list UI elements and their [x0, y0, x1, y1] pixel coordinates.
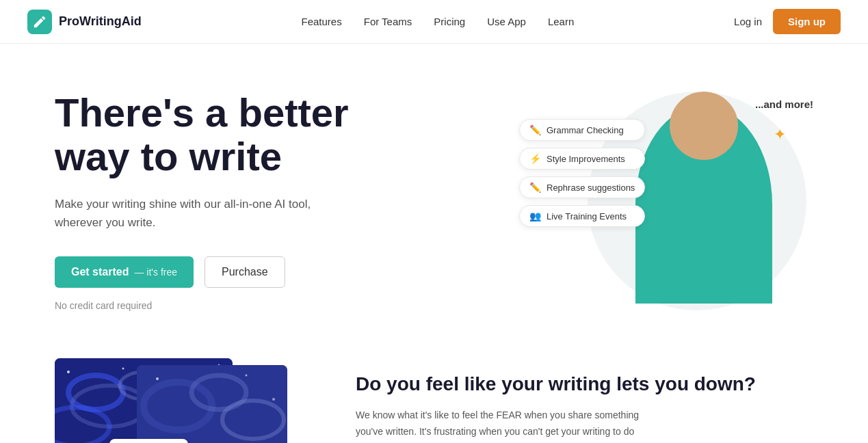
hero-title-line2: way to write [55, 134, 282, 178]
section-title-text: Do you feel like your writing lets you d… [356, 373, 756, 394]
pill-grammar-label: Grammar Checking [547, 125, 624, 135]
pen-icon [32, 14, 47, 29]
person-head-shape [670, 92, 738, 160]
logo-icon [27, 10, 52, 34]
svg-point-16 [156, 377, 159, 380]
style-icon: ⚡ [529, 153, 541, 164]
image-stack: My idea in my head [55, 358, 301, 443]
hero-illustration: ...and more! ✦ ✏️ Grammar Checking ⚡ Sty… [526, 85, 813, 317]
pill-rephrase: ✏️ Rephrase suggestions [519, 176, 645, 198]
feature-pills: ✏️ Grammar Checking ⚡ Style Improvements… [519, 119, 645, 227]
pill-grammar: ✏️ Grammar Checking [519, 119, 645, 141]
hero-title-line1: There's a better [55, 90, 349, 135]
image-card-front-svg [137, 365, 287, 443]
get-started-label: Get started [71, 266, 129, 278]
header-actions: Log in Sign up [734, 9, 841, 34]
pill-training-label: Live Training Events [547, 211, 627, 222]
pill-style-label: Style Improvements [547, 154, 625, 164]
second-section: My idea in my head Do you feel like your… [0, 345, 868, 443]
nav-learn[interactable]: Learn [548, 16, 574, 27]
purchase-button[interactable]: Purchase [205, 256, 285, 288]
hero-title: There's a better way to write [55, 91, 349, 178]
hero-right: ...and more! ✦ ✏️ Grammar Checking ⚡ Sty… [526, 85, 813, 317]
logo-area: ProWritingAid [27, 10, 142, 34]
nav-features[interactable]: Features [302, 16, 342, 27]
section-body-line1: We know what it's like to feel the FEAR … [356, 410, 639, 420]
hero-section: There's a better way to write Make your … [0, 44, 868, 345]
nav-for-teams[interactable]: For Teams [364, 16, 412, 27]
svg-point-7 [67, 371, 70, 373]
pill-rephrase-label: Rephrase suggestions [547, 183, 635, 193]
no-credit-card-text: No credit card required [55, 300, 349, 311]
svg-point-8 [122, 368, 124, 370]
svg-point-18 [272, 398, 275, 401]
free-label: — it's free [134, 267, 177, 278]
signup-button[interactable]: Sign up [773, 9, 841, 34]
image-card-front [137, 365, 287, 443]
login-link[interactable]: Log in [734, 16, 762, 27]
section-body-line2: you've written. It's frustrating when yo… [356, 426, 634, 437]
hero-subtitle-line1: Make your writing shine with our all-in-… [55, 198, 311, 211]
pill-style: ⚡ Style Improvements [519, 148, 645, 170]
hero-subtitle: Make your writing shine with our all-in-… [55, 195, 349, 232]
logo-text: ProWritingAid [59, 14, 142, 29]
hero-buttons: Get started — it's free Purchase [55, 256, 349, 288]
nav: Features For Teams Pricing Use App Learn [302, 16, 575, 27]
section-body: We know what it's like to feel the FEAR … [356, 407, 684, 443]
and-more-text: ...and more! [755, 98, 813, 110]
get-started-button[interactable]: Get started — it's free [55, 256, 194, 288]
hero-left: There's a better way to write Make your … [55, 91, 349, 311]
grammar-icon: ✏️ [529, 124, 541, 135]
rephrase-icon: ✏️ [529, 182, 541, 193]
header: ProWritingAid Features For Teams Pricing… [0, 0, 868, 44]
star-icon: ✦ [774, 126, 786, 144]
svg-point-17 [246, 375, 248, 377]
section-title: Do you feel like your writing lets you d… [356, 372, 756, 397]
nav-pricing[interactable]: Pricing [434, 16, 465, 27]
training-icon: 👥 [529, 211, 541, 222]
second-right: Do you feel like your writing lets you d… [356, 358, 756, 443]
nav-use-app[interactable]: Use App [487, 16, 526, 27]
idea-bubble: My idea in my head [109, 439, 188, 443]
pill-training: 👥 Live Training Events [519, 205, 645, 227]
hero-subtitle-line2: wherever you write. [55, 216, 155, 229]
